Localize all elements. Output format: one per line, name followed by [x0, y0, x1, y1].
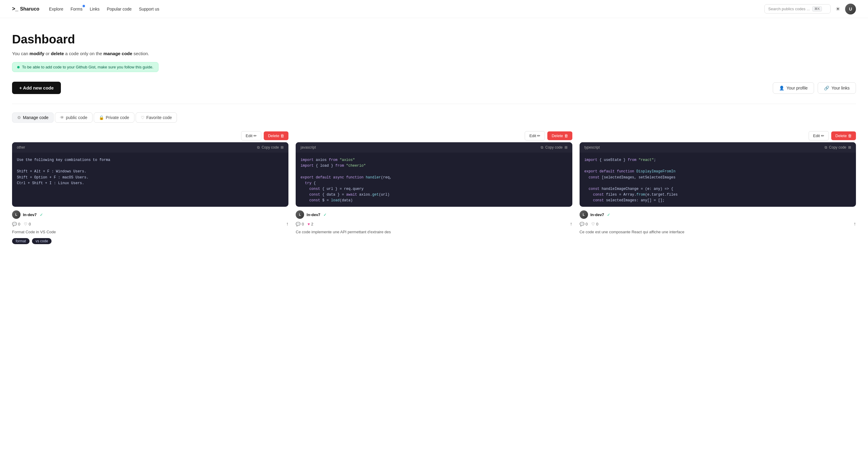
card-description-3: Ce code est une composante React qui aff… [580, 229, 856, 235]
comments-1: 💬 0 [12, 222, 20, 226]
card-tags-1: format vs code [12, 238, 288, 244]
profile-links: 👤 Your profile 🔗 Your links [773, 82, 856, 94]
comment-count-2: 0 [302, 222, 304, 226]
theme-toggle-button[interactable]: ☀ [835, 6, 840, 12]
card-actions-3: Edit ✏ Delete 🗑 [580, 131, 856, 140]
heart-icon-3: ♡ [591, 222, 595, 226]
manage-code-icon: ⚙ [17, 115, 21, 120]
card-footer-3: L ln-dev7 ✓ 💬 0 ♡ 0 ↑ Ce code e [580, 207, 856, 236]
main-content: Dashboard You can modify or delete a cod… [0, 18, 868, 257]
cards-grid: Edit ✏ Delete 🗑 other ⧉ Copy code ⊞ Use … [12, 131, 856, 245]
nav-support[interactable]: Support us [139, 7, 159, 11]
actions-row: + Add new code 👤 Your profile 🔗 Your lin… [12, 82, 856, 94]
card-description-1: Format Code in VS Code [12, 229, 288, 235]
card-footer-1: L ln-dev7 ✓ 💬 0 ♡ 0 ↑ Format Co [12, 207, 288, 245]
author-check-3: ✓ [607, 213, 610, 217]
card-interactions-2: 💬 0 ♥ 2 ↑ [296, 221, 572, 227]
add-new-code-button[interactable]: + Add new code [12, 82, 61, 94]
delete-button-3[interactable]: Delete 🗑 [831, 131, 856, 140]
copy-icon-2: ⧉ [541, 145, 544, 150]
guide-text: To be able to add code to your Github Gi… [22, 65, 153, 69]
code-card-3: typescript ⧉ Copy code ⊞ import { useSta… [580, 142, 856, 207]
your-profile-button[interactable]: 👤 Your profile [773, 82, 814, 94]
card-wrapper-1: Edit ✏ Delete 🗑 other ⧉ Copy code ⊞ Use … [12, 131, 288, 245]
favorite-code-icon: ♡ [141, 115, 145, 120]
likes-2: ♥ 2 [308, 222, 313, 226]
delete-text: delete [51, 51, 64, 56]
author-avatar-img-2: L [296, 210, 304, 219]
card-author-3: L ln-dev7 ✓ [580, 210, 856, 219]
card-interactions-3: 💬 0 ♡ 0 ↑ [580, 221, 856, 227]
copy-button-2[interactable]: ⧉ Copy code ⊞ [541, 145, 567, 150]
comments-3: 💬 0 [580, 222, 588, 226]
private-code-icon: 🔒 [99, 115, 104, 120]
code-body-3: import { useState } from "react"; export… [580, 153, 856, 207]
copy-icon-3: ⧉ [825, 145, 827, 150]
author-name-1: ln-dev7 [23, 213, 37, 217]
copy-button-1[interactable]: ⧉ Copy code ⊞ [257, 145, 284, 150]
tag-vscode: vs code [32, 238, 52, 244]
copy-save-icon-3: ⊞ [848, 145, 851, 150]
copy-button-3[interactable]: ⧉ Copy code ⊞ [825, 145, 851, 150]
author-avatar-1: L [12, 210, 21, 219]
card-wrapper-3: Edit ✏ Delete 🗑 typescript ⧉ Copy code ⊞… [580, 131, 856, 245]
comment-count-1: 0 [18, 222, 20, 226]
nav-logo[interactable]: >_ Sharuco [12, 6, 39, 12]
comment-count-3: 0 [586, 222, 588, 226]
share-button-3[interactable]: ↑ [854, 221, 856, 227]
nav-popular[interactable]: Popular code [107, 7, 132, 11]
author-avatar-img-1: L [12, 210, 21, 219]
nav-links: Explore Forms Links Popular code Support… [49, 7, 159, 11]
comment-icon-3: 💬 [580, 222, 584, 226]
author-avatar-3: L [580, 210, 588, 219]
tab-manage-label: Manage code [23, 115, 49, 120]
search-placeholder: Search publics codes ... [768, 7, 810, 11]
code-body-1: Use the following key combinations to fo… [12, 153, 288, 207]
share-button-1[interactable]: ↑ [286, 221, 288, 227]
code-body-2: import axios from "axios" import { load … [296, 153, 572, 207]
delete-button-2[interactable]: Delete 🗑 [547, 131, 572, 140]
tab-public-code[interactable]: 👁 public code [55, 113, 93, 123]
comment-icon-2: 💬 [296, 222, 301, 226]
search-box[interactable]: Search publics codes ... ⌘K [764, 4, 831, 13]
tab-favorite-code[interactable]: ♡ Favorite code [135, 113, 177, 123]
likes-3: ♡ 0 [591, 222, 598, 226]
nav-right: Search publics codes ... ⌘K ☀ U [764, 4, 856, 14]
card-actions-2: Edit ✏ Delete 🗑 [296, 131, 572, 140]
edit-button-1[interactable]: Edit ✏ [241, 131, 261, 140]
tabs: ⚙ Manage code 👁 public code 🔒 Private co… [12, 113, 856, 123]
nav-left: >_ Sharuco Explore Forms Links Popular c… [12, 6, 159, 12]
edit-button-3[interactable]: Edit ✏ [809, 131, 829, 140]
tab-private-label: Private code [106, 115, 129, 120]
delete-button-1[interactable]: Delete 🗑 [264, 131, 288, 140]
profile-btn-label: Your profile [786, 86, 808, 90]
guide-banner[interactable]: To be able to add code to your Github Gi… [12, 62, 158, 72]
code-lang-2: javascript [301, 145, 316, 150]
card-description-2: Ce code implemente une API permettant d'… [296, 229, 572, 235]
your-links-button[interactable]: 🔗 Your links [818, 82, 856, 94]
code-card-header-1: other ⧉ Copy code ⊞ [12, 142, 288, 153]
like-count-3: 0 [596, 222, 598, 226]
like-count-2: 2 [311, 222, 313, 226]
code-card-header-3: typescript ⧉ Copy code ⊞ [580, 142, 856, 153]
author-avatar-2: L [296, 210, 304, 219]
logo-text: Sharuco [20, 6, 39, 12]
edit-button-2[interactable]: Edit ✏ [525, 131, 545, 140]
share-button-2[interactable]: ↑ [570, 221, 572, 227]
profile-icon: 👤 [779, 86, 784, 90]
author-check-1: ✓ [40, 213, 43, 217]
tab-private-code[interactable]: 🔒 Private code [94, 113, 134, 123]
logo-icon: >_ [12, 6, 19, 12]
code-lang-1: other [17, 145, 25, 150]
code-card-header-2: javascript ⧉ Copy code ⊞ [296, 142, 572, 153]
nav-links-item[interactable]: Links [90, 7, 100, 11]
nav-explore[interactable]: Explore [49, 7, 63, 11]
card-author-1: L ln-dev7 ✓ [12, 210, 288, 219]
author-avatar-img-3: L [580, 210, 588, 219]
author-name-3: ln-dev7 [590, 213, 604, 217]
avatar[interactable]: U [845, 4, 856, 14]
nav-forms[interactable]: Forms [70, 7, 83, 11]
code-card-1: other ⧉ Copy code ⊞ Use the following ke… [12, 142, 288, 207]
tab-manage-code[interactable]: ⚙ Manage code [12, 113, 54, 123]
tag-format: format [12, 238, 30, 244]
